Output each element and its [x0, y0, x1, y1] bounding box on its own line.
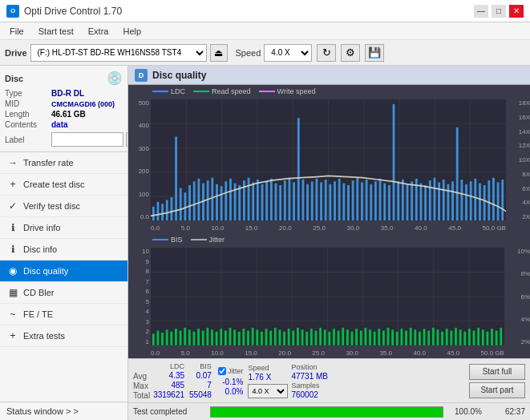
- svg-rect-56: [342, 184, 345, 221]
- svg-rect-29: [220, 186, 223, 220]
- svg-rect-123: [233, 330, 236, 345]
- main-layout: Disc 💿 Type BD-R DL MID CMCMAGDI6 (000) …: [0, 66, 530, 420]
- read-legend: Read speed: [193, 87, 251, 95]
- y-bot-4: 4: [128, 308, 149, 315]
- svg-rect-122: [229, 328, 232, 345]
- svg-rect-82: [460, 180, 463, 220]
- status-window-link[interactable]: Status window > >: [0, 402, 127, 420]
- close-button[interactable]: ✕: [509, 5, 524, 18]
- eject-button[interactable]: ⏏: [210, 44, 228, 62]
- nav-verify-test-disc-label: Verify test disc: [23, 201, 80, 211]
- svg-rect-137: [297, 328, 299, 345]
- speed-select[interactable]: 4.0 X: [264, 44, 312, 62]
- menu-help[interactable]: Help: [116, 25, 148, 38]
- svg-rect-134: [283, 332, 285, 345]
- svg-rect-75: [429, 180, 431, 220]
- svg-rect-47: [302, 180, 305, 220]
- svg-rect-141: [315, 331, 318, 345]
- jitter-color: [191, 239, 207, 240]
- drive-select[interactable]: (F:) HL-DT-ST BD-RE WH16NS58 TST4: [30, 44, 207, 62]
- svg-rect-148: [346, 330, 349, 345]
- label-input[interactable]: [51, 132, 123, 147]
- svg-rect-143: [324, 330, 326, 345]
- svg-rect-132: [274, 328, 277, 345]
- svg-rect-32: [234, 184, 237, 221]
- ldc-color: [152, 91, 168, 92]
- svg-rect-27: [211, 178, 213, 220]
- nav-disc-info[interactable]: ℹ Disc info: [0, 239, 127, 260]
- svg-rect-49: [311, 181, 314, 220]
- menu-file[interactable]: File: [3, 25, 30, 38]
- svg-rect-83: [465, 184, 467, 220]
- status-text: Test completed: [133, 407, 205, 416]
- nav-verify-test-disc[interactable]: ✓ Verify test disc: [0, 196, 127, 217]
- svg-rect-168: [437, 330, 439, 345]
- nav-transfer-rate[interactable]: → Transfer rate: [0, 152, 127, 174]
- nav-cd-bler-label: CD Bler: [23, 288, 55, 297]
- svg-rect-169: [441, 332, 443, 345]
- svg-rect-108: [166, 330, 168, 345]
- svg-rect-115: [197, 329, 200, 345]
- jitter-checkbox[interactable]: [218, 367, 226, 375]
- nav-disc-quality[interactable]: ◉ Disc quality: [0, 260, 127, 282]
- save-button[interactable]: 💾: [365, 44, 384, 62]
- right-panel: D Disc quality LDC Read speed: [128, 66, 530, 420]
- svg-rect-117: [206, 328, 208, 345]
- left-panel: Disc 💿 Type BD-R DL MID CMCMAGDI6 (000) …: [0, 66, 128, 420]
- charts-area: LDC Read speed Write speed 500 400: [128, 85, 530, 358]
- avg-bis: 0.07: [196, 371, 211, 380]
- svg-rect-106: [157, 331, 160, 345]
- svg-rect-38: [261, 184, 264, 220]
- svg-rect-48: [306, 184, 309, 220]
- jitter-label: Jitter: [209, 236, 225, 244]
- svg-rect-157: [387, 328, 390, 345]
- minimize-button[interactable]: —: [474, 5, 488, 18]
- menu-extra[interactable]: Extra: [82, 25, 115, 38]
- progress-bar-fill: [211, 407, 443, 417]
- svg-rect-43: [284, 180, 286, 220]
- svg-rect-89: [492, 178, 495, 220]
- svg-rect-165: [423, 329, 426, 345]
- speed-val: 1.76 X: [248, 373, 288, 382]
- maximize-button[interactable]: □: [492, 5, 506, 18]
- start-full-button[interactable]: Start full: [469, 364, 525, 380]
- svg-rect-84: [470, 181, 472, 220]
- y-right-6pct: 6%: [520, 293, 530, 301]
- settings-button[interactable]: ⚙: [341, 44, 360, 62]
- svg-rect-77: [438, 182, 440, 220]
- nav-create-test-disc[interactable]: + Create test disc: [0, 174, 127, 196]
- x-bot-30: 30.0: [346, 349, 358, 357]
- x-top-10: 10.0: [212, 224, 225, 232]
- top-chart-legend: LDC Read speed Write speed: [152, 87, 315, 95]
- progress-bar: [210, 406, 443, 418]
- svg-rect-155: [378, 329, 380, 345]
- avg-ldc: 4.35: [169, 371, 184, 380]
- svg-rect-53: [329, 184, 331, 220]
- svg-rect-59: [356, 178, 358, 220]
- refresh-button[interactable]: ↻: [317, 44, 336, 62]
- svg-rect-15: [157, 202, 160, 220]
- nav-drive-info-label: Drive info: [23, 223, 60, 232]
- nav-fe-te[interactable]: ~ FE / TE: [0, 304, 127, 325]
- x-top-5: 5.0: [181, 224, 190, 232]
- y-right-10pct: 10%: [517, 248, 530, 255]
- nav-disc-quality-label: Disc quality: [23, 266, 68, 276]
- nav-extra-tests[interactable]: + Extra tests: [0, 325, 127, 347]
- x-bot-45: 45.0: [447, 349, 460, 357]
- svg-rect-85: [474, 179, 476, 220]
- nav-drive-info[interactable]: ℹ Drive info: [0, 217, 127, 239]
- nav-cd-bler[interactable]: ▦ CD Bler: [0, 282, 127, 304]
- svg-rect-22: [188, 185, 191, 220]
- svg-rect-80: [451, 181, 454, 220]
- menu-start-test[interactable]: Start test: [32, 25, 80, 38]
- contents-value: data: [51, 120, 68, 129]
- svg-rect-68: [397, 181, 399, 220]
- svg-rect-57: [347, 185, 350, 220]
- svg-rect-181: [496, 331, 498, 345]
- svg-rect-87: [483, 185, 486, 220]
- svg-rect-171: [450, 331, 452, 345]
- svg-rect-142: [319, 328, 322, 345]
- speed-dropdown[interactable]: 4.0 X: [248, 384, 288, 398]
- ldc-label: LDC: [171, 87, 185, 95]
- start-part-button[interactable]: Start part: [469, 382, 525, 398]
